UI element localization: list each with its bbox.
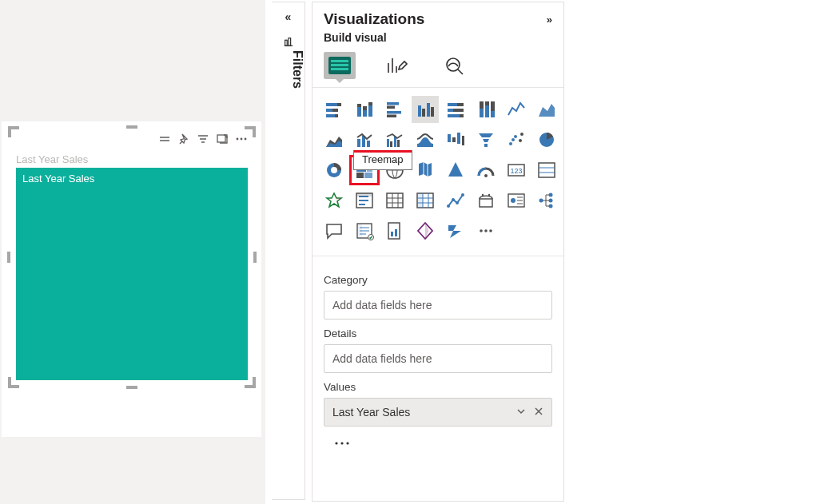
resize-handle-t[interactable] bbox=[126, 125, 137, 129]
svg-point-1 bbox=[237, 138, 239, 141]
viz-100-stacked-bar[interactable] bbox=[442, 96, 469, 123]
filter-icon[interactable] bbox=[197, 133, 209, 145]
svg-rect-51 bbox=[452, 137, 456, 142]
svg-rect-25 bbox=[387, 111, 401, 114]
visualizations-pane: Visualizations » Build visual 123 Catego… bbox=[312, 2, 564, 502]
viz-more-visuals[interactable] bbox=[472, 217, 500, 244]
svg-rect-53 bbox=[462, 136, 464, 145]
more-options-icon[interactable] bbox=[235, 133, 248, 145]
viz-funnel[interactable] bbox=[472, 126, 500, 153]
svg-rect-94 bbox=[388, 223, 400, 239]
viz-stacked-column[interactable] bbox=[351, 96, 378, 123]
resize-handle-l[interactable] bbox=[7, 252, 10, 263]
viz-donut[interactable] bbox=[320, 157, 348, 184]
viz-narrative[interactable] bbox=[351, 217, 378, 244]
viz-scatter[interactable] bbox=[503, 126, 530, 153]
svg-point-2 bbox=[241, 138, 243, 141]
viz-matrix[interactable] bbox=[412, 187, 439, 214]
svg-point-81 bbox=[461, 193, 464, 196]
svg-point-55 bbox=[514, 135, 517, 138]
svg-rect-20 bbox=[363, 106, 367, 110]
viz-line-stacked-column[interactable] bbox=[351, 126, 378, 153]
report-canvas-background: Last Year Sales Last Year Sales bbox=[0, 0, 265, 504]
viz-azure-map[interactable] bbox=[442, 157, 469, 184]
svg-rect-15 bbox=[326, 114, 335, 117]
svg-point-83 bbox=[482, 194, 484, 196]
viz-paginated[interactable] bbox=[381, 217, 408, 244]
svg-point-10 bbox=[447, 58, 460, 71]
viz-filled-map[interactable] bbox=[412, 157, 439, 184]
svg-rect-32 bbox=[448, 103, 457, 106]
svg-point-80 bbox=[456, 201, 459, 204]
treemap-node[interactable]: Last Year Sales bbox=[16, 168, 248, 380]
more-wells[interactable] bbox=[324, 427, 552, 457]
viz-100-stacked-column[interactable] bbox=[472, 96, 500, 123]
chevron-down-icon[interactable] bbox=[516, 406, 526, 419]
viz-clustered-column[interactable] bbox=[412, 96, 439, 123]
viz-power-automate[interactable] bbox=[442, 217, 469, 244]
svg-rect-40 bbox=[485, 105, 489, 117]
viz-line[interactable] bbox=[503, 96, 530, 123]
values-field-label: Last Year Sales bbox=[332, 406, 410, 419]
viz-table[interactable] bbox=[381, 187, 408, 214]
svg-point-61 bbox=[331, 167, 337, 173]
svg-rect-75 bbox=[387, 193, 403, 208]
viz-slicer[interactable] bbox=[351, 187, 378, 214]
drag-grip-icon[interactable] bbox=[158, 133, 171, 145]
viz-qa[interactable] bbox=[320, 217, 348, 244]
resize-handle-tl[interactable] bbox=[8, 126, 22, 140]
svg-rect-19 bbox=[363, 110, 367, 117]
pane-subtitle: Build visual bbox=[312, 31, 563, 47]
well-category[interactable]: Add data fields here bbox=[324, 291, 552, 319]
viz-stacked-bar[interactable] bbox=[320, 96, 348, 123]
svg-point-58 bbox=[512, 138, 515, 141]
treemap-visual[interactable]: Last Year Sales Last Year Sales bbox=[11, 129, 253, 385]
svg-rect-7 bbox=[331, 60, 348, 62]
viz-waterfall[interactable] bbox=[442, 126, 469, 153]
viz-multi-row-card[interactable] bbox=[533, 157, 560, 184]
svg-rect-34 bbox=[448, 109, 453, 112]
svg-rect-96 bbox=[395, 229, 397, 236]
viz-card[interactable]: 123 bbox=[503, 157, 530, 184]
expand-filters-icon[interactable]: « bbox=[272, 10, 305, 23]
report-canvas[interactable]: Last Year Sales Last Year Sales bbox=[2, 121, 261, 437]
viz-r-visual[interactable] bbox=[442, 187, 469, 214]
pin-icon[interactable] bbox=[177, 133, 190, 145]
svg-point-56 bbox=[519, 139, 522, 142]
svg-rect-30 bbox=[431, 107, 434, 117]
svg-rect-71 bbox=[539, 163, 555, 177]
svg-point-98 bbox=[484, 229, 488, 232]
viz-ribbon[interactable] bbox=[412, 126, 439, 153]
viz-power-apps[interactable] bbox=[412, 217, 439, 244]
svg-rect-92 bbox=[358, 224, 362, 237]
viz-area[interactable] bbox=[533, 96, 560, 123]
collapse-pane-icon[interactable]: » bbox=[547, 14, 552, 26]
well-details[interactable]: Add data fields here bbox=[324, 344, 552, 373]
remove-field-icon[interactable] bbox=[534, 406, 543, 419]
svg-point-68 bbox=[484, 174, 488, 177]
viz-clustered-bar[interactable] bbox=[381, 96, 408, 123]
svg-rect-29 bbox=[427, 103, 430, 117]
svg-point-78 bbox=[447, 204, 450, 208]
resize-handle-r[interactable] bbox=[253, 252, 257, 263]
svg-point-88 bbox=[549, 193, 553, 197]
viz-stacked-area[interactable] bbox=[320, 126, 348, 153]
viz-key-influencers[interactable] bbox=[503, 187, 530, 214]
viz-pie[interactable] bbox=[533, 126, 560, 153]
svg-rect-82 bbox=[480, 199, 492, 207]
viz-decomposition-tree[interactable] bbox=[533, 187, 560, 214]
well-values[interactable]: Last Year Sales bbox=[324, 398, 552, 427]
viz-kpi[interactable] bbox=[320, 187, 348, 214]
format-visual-tab[interactable] bbox=[381, 52, 413, 79]
resize-handle-b[interactable] bbox=[126, 386, 137, 389]
analytics-tab[interactable] bbox=[439, 52, 471, 79]
svg-point-79 bbox=[452, 198, 455, 201]
focus-mode-icon[interactable] bbox=[216, 133, 229, 145]
viz-python-visual[interactable] bbox=[472, 187, 500, 214]
svg-point-90 bbox=[549, 204, 553, 208]
build-visual-tab[interactable] bbox=[324, 52, 356, 79]
viz-gauge[interactable] bbox=[472, 157, 500, 184]
viz-line-clustered-column[interactable] bbox=[381, 126, 408, 153]
svg-rect-5 bbox=[289, 38, 291, 46]
filters-pane-collapsed[interactable]: « Filters bbox=[272, 2, 305, 500]
